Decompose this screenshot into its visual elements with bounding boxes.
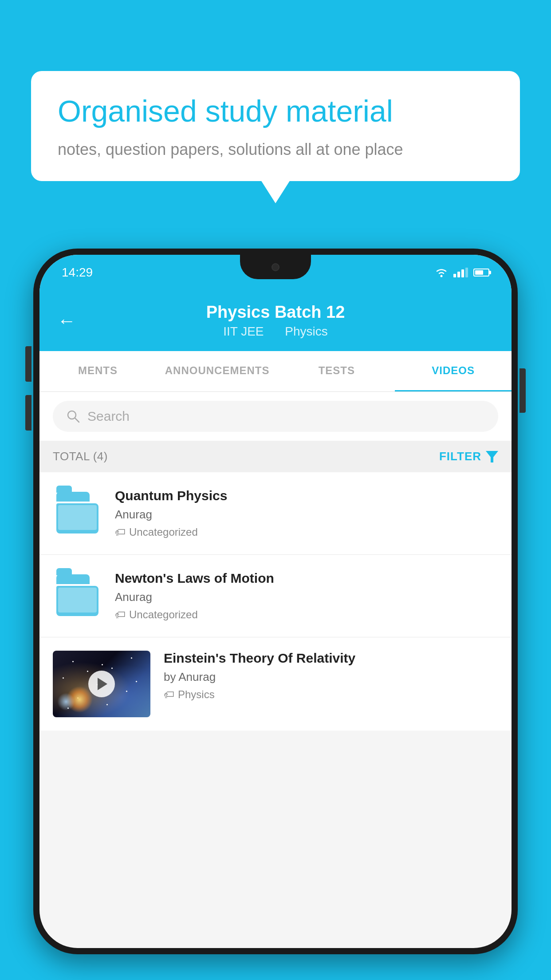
tag-label: Physics (178, 688, 215, 701)
volume-up-button[interactable] (25, 346, 31, 382)
phone-outer: 14:29 (33, 249, 518, 954)
video-info: Quantum Physics Anurag 🏷 Uncategorized (115, 488, 498, 538)
filter-bar: TOTAL (4) FILTER (39, 441, 512, 472)
video-folder-icon (53, 571, 102, 620)
tag-icon: 🏷 (164, 688, 174, 701)
power-button[interactable] (520, 368, 526, 413)
tab-videos[interactable]: VIDEOS (395, 351, 512, 391)
svg-marker-3 (486, 451, 498, 462)
tabs-bar: MENTS ANNOUNCEMENTS TESTS VIDEOS (39, 351, 512, 392)
list-item[interactable]: Quantum Physics Anurag 🏷 Uncategorized (39, 472, 512, 555)
signal-icon (453, 268, 468, 277)
svg-line-2 (75, 418, 79, 422)
phone-notch (240, 255, 311, 279)
filter-button[interactable]: FILTER (439, 450, 498, 463)
video-title: Newton's Laws of Motion (115, 571, 498, 586)
camera (272, 263, 279, 271)
tab-documents[interactable]: MENTS (39, 351, 156, 391)
tag-icon: 🏷 (115, 526, 126, 538)
status-icons (435, 268, 489, 277)
video-info: Einstein's Theory Of Relativity by Anura… (164, 651, 498, 701)
tag-label: Uncategorized (129, 526, 198, 538)
battery-icon (473, 269, 489, 277)
video-author: Anurag (115, 590, 498, 604)
video-list: Quantum Physics Anurag 🏷 Uncategorized (39, 472, 512, 731)
batch-category: IIT JEE (223, 324, 264, 338)
video-info: Newton's Laws of Motion Anurag 🏷 Uncateg… (115, 571, 498, 621)
video-title: Quantum Physics (115, 488, 498, 503)
speech-bubble: Organised study material notes, question… (31, 71, 520, 181)
search-input[interactable]: Search (87, 409, 130, 424)
tab-announcements[interactable]: ANNOUNCEMENTS (156, 351, 279, 391)
batch-subject: Physics (285, 324, 327, 338)
header-subtitle: IIT JEE Physics (219, 324, 332, 339)
phone-frame: 14:29 (33, 249, 518, 980)
play-button[interactable] (88, 671, 115, 697)
tab-tests[interactable]: TESTS (278, 351, 395, 391)
tag-icon: 🏷 (115, 609, 126, 621)
filter-icon (486, 451, 498, 462)
status-time: 14:29 (62, 265, 93, 280)
video-tag: 🏷 Physics (164, 688, 498, 701)
video-folder-icon (53, 488, 102, 537)
app-header: ← Physics Batch 12 IIT JEE Physics (39, 290, 512, 351)
search-container: Search (39, 392, 512, 441)
filter-label: FILTER (439, 450, 481, 463)
video-tag: 🏷 Uncategorized (115, 526, 498, 538)
back-button[interactable]: ← (57, 310, 76, 332)
svg-point-0 (441, 275, 443, 277)
total-count: TOTAL (4) (53, 450, 108, 463)
bubble-title: Organised study material (58, 93, 493, 130)
bubble-subtitle: notes, question papers, solutions all at… (58, 140, 493, 159)
wifi-icon (435, 268, 448, 277)
list-item[interactable]: Newton's Laws of Motion Anurag 🏷 Uncateg… (39, 555, 512, 637)
video-author: by Anurag (164, 670, 498, 684)
video-title: Einstein's Theory Of Relativity (164, 651, 498, 666)
speech-bubble-container: Organised study material notes, question… (31, 71, 520, 181)
status-bar: 14:29 (39, 255, 512, 290)
video-tag: 🏷 Uncategorized (115, 609, 498, 621)
tag-label: Uncategorized (129, 609, 198, 621)
page-title: Physics Batch 12 (206, 303, 345, 322)
volume-down-button[interactable] (25, 395, 31, 431)
phone-screen: 14:29 (39, 255, 512, 948)
play-icon (98, 678, 107, 690)
search-bar[interactable]: Search (53, 401, 498, 432)
list-item[interactable]: Einstein's Theory Of Relativity by Anura… (39, 637, 512, 731)
search-icon (66, 409, 80, 423)
video-author: Anurag (115, 508, 498, 522)
video-thumbnail (53, 651, 150, 717)
